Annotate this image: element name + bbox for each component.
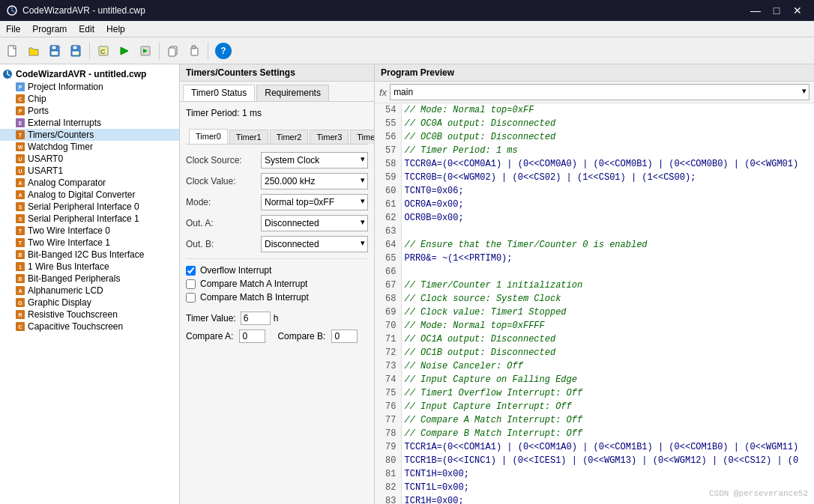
out-a-row: Out. A: Disconnected Toggle on Compare M… <box>186 215 368 231</box>
out-a-select[interactable]: Disconnected Toggle on Compare Match Cle… <box>261 215 368 231</box>
line-num-65: 65 <box>375 252 401 265</box>
toolbar-build[interactable] <box>136 41 155 61</box>
toolbar-save-as[interactable]: + <box>66 41 85 61</box>
tree-item-12[interactable]: T Two Wire Interface 0 <box>0 225 179 237</box>
compare-b-interrupt-checkbox[interactable] <box>186 293 196 303</box>
tree-item-9[interactable]: A Analog to Digital Converter <box>0 189 179 201</box>
clock-source-select[interactable]: System Clock System Clock/8 System Clock… <box>261 152 368 168</box>
timer-tab-2[interactable]: Timer2 <box>270 130 309 144</box>
clock-value-select[interactable]: 250.000 kHz <box>261 173 368 189</box>
out-b-select-wrapper[interactable]: Disconnected Toggle on Compare Match Cle… <box>261 236 368 252</box>
mode-select-wrapper[interactable]: Normal top=0xFF PWM top=0xFF CTC top=OCR… <box>261 194 368 210</box>
tree-item-15[interactable]: 1 1 Wire Bus Interface <box>0 261 179 273</box>
tree-item-16[interactable]: B Bit-Banged Peripherals <box>0 273 179 285</box>
tree-label-11: Serial Peripheral Interface 1 <box>28 213 139 224</box>
tree-label-5: Watchdog Timer <box>28 142 93 152</box>
tree-item-18[interactable]: G Graphic Display <box>0 297 179 309</box>
timer-value-input[interactable] <box>241 312 271 325</box>
toolbar-compile[interactable] <box>115 41 134 61</box>
close-button[interactable]: ✕ <box>787 0 808 21</box>
svg-text:A: A <box>18 192 22 198</box>
svg-text:P: P <box>19 85 22 90</box>
toolbar-new[interactable] <box>3 41 22 61</box>
line-num-62: 62 <box>375 211 401 225</box>
code-line-60: 60TCNT0=0x06; <box>375 184 814 198</box>
tree-root[interactable]: CodeWizardAVR - untitled.cwp <box>0 67 179 81</box>
timer-tab-1[interactable]: Timer1 <box>229 130 268 144</box>
tree-label-8: Analog Comparator <box>28 177 106 188</box>
line-num-68: 68 <box>375 292 401 306</box>
code-area[interactable]: 54// Mode: Normal top=0xFF55// OC0A outp… <box>375 103 814 504</box>
maximize-button[interactable]: □ <box>766 0 787 21</box>
line-content-55: // OC0A output: Disconnected <box>401 117 814 130</box>
svg-text:B: B <box>18 276 22 282</box>
svg-text:S: S <box>19 204 22 210</box>
compare-a-interrupt-checkbox[interactable] <box>186 279 196 289</box>
tree-item-19[interactable]: R Resistive Touchscreen <box>0 309 179 321</box>
line-content-74: // Input Capture on Falling Edge <box>401 373 814 386</box>
tree-item-13[interactable]: T Two Wire Interface 1 <box>0 237 179 249</box>
line-content-79: TCCR1A=(0<<COM1A1) | (0<<COM1A0) | (0<<C… <box>401 440 814 454</box>
tree-label-13: Two Wire Interface 1 <box>28 237 110 248</box>
tree-item-20[interactable]: C Capacitive Touchscreen <box>0 321 179 333</box>
clock-source-select-wrapper[interactable]: System Clock System Clock/8 System Clock… <box>261 152 368 168</box>
line-content-60: TCNT0=0x06; <box>401 184 814 198</box>
svg-text:C: C <box>18 324 22 330</box>
menu-help[interactable]: Help <box>100 21 131 37</box>
tree-item-0[interactable]: P Project Information <box>0 81 179 93</box>
minimize-button[interactable]: — <box>745 0 766 21</box>
line-content-59: TCCR0B=(0<<WGM02) | (0<<CS02) | (1<<CS01… <box>401 171 814 184</box>
tab-timer0-status[interactable]: Timer0 Status <box>183 85 255 101</box>
mode-select[interactable]: Normal top=0xFF PWM top=0xFF CTC top=OCR… <box>261 194 368 210</box>
tree-item-7[interactable]: U USART1 <box>0 165 179 177</box>
code-line-74: 74// Input Capture on Falling Edge <box>375 373 814 386</box>
toolbar-sep2 <box>159 43 160 59</box>
timer-tab-0[interactable]: Timer0 <box>189 129 228 144</box>
compare-a-input[interactable] <box>239 330 265 343</box>
watermark: CSDN @perseverance52 <box>709 489 808 498</box>
tree-label-1: Chip <box>28 94 46 104</box>
toolbar-save[interactable] <box>45 41 64 61</box>
func-select[interactable]: main <box>390 84 810 100</box>
tree-item-8[interactable]: A Analog Comparator <box>0 177 179 189</box>
toolbar-generate[interactable]: C <box>94 41 113 61</box>
tree-item-3[interactable]: E External Interrupts <box>0 117 179 129</box>
tree-item-11[interactable]: S Serial Peripheral Interface 1 <box>0 213 179 225</box>
tree-item-2[interactable]: P Ports <box>0 105 179 117</box>
root-icon <box>1 68 13 80</box>
toolbar-open[interactable] <box>24 41 43 61</box>
tree-item-1[interactable]: C Chip <box>0 93 179 105</box>
timer-value-row: Timer Value: h <box>186 312 368 325</box>
help-button[interactable]: ? <box>215 43 232 59</box>
tree-item-10[interactable]: S Serial Peripheral Interface 0 <box>0 201 179 213</box>
tree-item-4[interactable]: T Timers/Counters <box>0 129 179 141</box>
svg-text:S: S <box>19 216 22 222</box>
code-line-69: 69// Clock value: Timer1 Stopped <box>375 306 814 319</box>
tab-requirements[interactable]: Requirements <box>256 85 329 101</box>
tree-label-20: Capacitive Touchscreen <box>28 321 123 332</box>
menu-edit[interactable]: Edit <box>73 21 100 37</box>
tree-item-5[interactable]: W Watchdog Timer <box>0 141 179 153</box>
line-content-69: // Clock value: Timer1 Stopped <box>401 306 814 319</box>
svg-rect-17 <box>192 46 196 49</box>
tree-item-14[interactable]: B Bit-Banged I2C Bus Interface <box>0 249 179 261</box>
tree-item-17[interactable]: A Alphanumeric LCD <box>0 285 179 297</box>
overflow-interrupt-checkbox[interactable] <box>186 266 196 276</box>
line-content-77: // Compare A Match Interrupt: Off <box>401 413 814 427</box>
clock-value-select-wrapper[interactable]: 250.000 kHz <box>261 173 368 189</box>
timer-tab-4[interactable]: Timer4 <box>350 130 374 144</box>
line-num-76: 76 <box>375 400 401 413</box>
out-b-select[interactable]: Disconnected Toggle on Compare Match Cle… <box>261 236 368 252</box>
tree-label-4: Timers/Counters <box>28 130 94 140</box>
timer-tab-3[interactable]: Timer3 <box>310 130 349 144</box>
line-num-64: 64 <box>375 238 401 252</box>
func-select-wrapper[interactable]: main <box>390 84 810 100</box>
toolbar-copy[interactable] <box>163 41 183 61</box>
menu-file[interactable]: File <box>0 21 26 37</box>
code-line-64: 64// Ensure that the Timer/Counter 0 is … <box>375 238 814 252</box>
out-a-select-wrapper[interactable]: Disconnected Toggle on Compare Match Cle… <box>261 215 368 231</box>
tree-item-6[interactable]: U USART0 <box>0 153 179 165</box>
compare-b-input[interactable] <box>331 330 358 343</box>
menu-program[interactable]: Program <box>26 21 73 37</box>
toolbar-paste[interactable] <box>184 41 204 61</box>
